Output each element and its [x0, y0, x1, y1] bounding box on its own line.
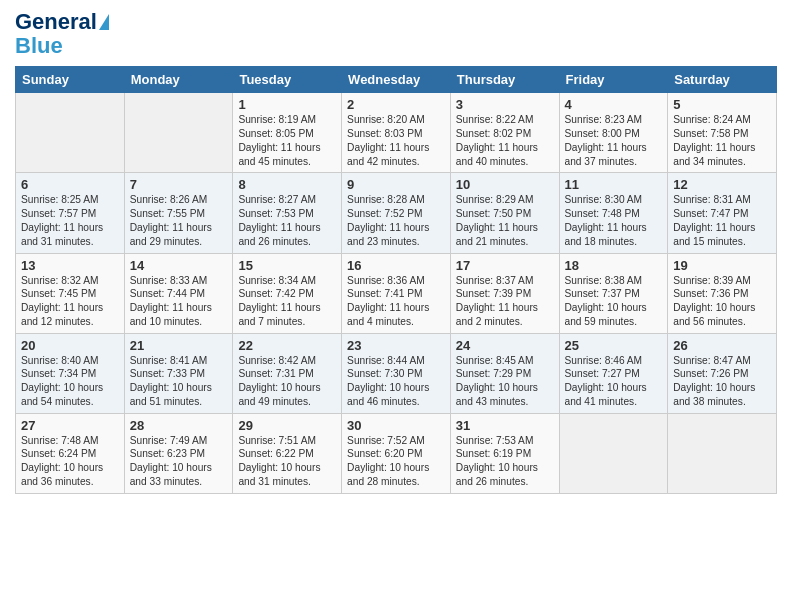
day-number: 21: [130, 338, 228, 353]
calendar-cell: 9Sunrise: 8:28 AM Sunset: 7:52 PM Daylig…: [342, 173, 451, 253]
weekday-header-monday: Monday: [124, 67, 233, 93]
day-info: Sunrise: 8:42 AM Sunset: 7:31 PM Dayligh…: [238, 355, 320, 407]
calendar-cell: 12Sunrise: 8:31 AM Sunset: 7:47 PM Dayli…: [668, 173, 777, 253]
weekday-header-sunday: Sunday: [16, 67, 125, 93]
day-info: Sunrise: 8:36 AM Sunset: 7:41 PM Dayligh…: [347, 275, 429, 327]
calendar-cell: 22Sunrise: 8:42 AM Sunset: 7:31 PM Dayli…: [233, 333, 342, 413]
day-info: Sunrise: 8:41 AM Sunset: 7:33 PM Dayligh…: [130, 355, 212, 407]
day-number: 7: [130, 177, 228, 192]
day-number: 30: [347, 418, 445, 433]
weekday-header-saturday: Saturday: [668, 67, 777, 93]
day-number: 3: [456, 97, 554, 112]
day-number: 14: [130, 258, 228, 273]
calendar-cell: 1Sunrise: 8:19 AM Sunset: 8:05 PM Daylig…: [233, 93, 342, 173]
day-info: Sunrise: 8:30 AM Sunset: 7:48 PM Dayligh…: [565, 194, 647, 246]
calendar-cell: 13Sunrise: 8:32 AM Sunset: 7:45 PM Dayli…: [16, 253, 125, 333]
day-info: Sunrise: 8:47 AM Sunset: 7:26 PM Dayligh…: [673, 355, 755, 407]
calendar-cell: 4Sunrise: 8:23 AM Sunset: 8:00 PM Daylig…: [559, 93, 668, 173]
day-number: 19: [673, 258, 771, 273]
day-info: Sunrise: 8:40 AM Sunset: 7:34 PM Dayligh…: [21, 355, 103, 407]
day-info: Sunrise: 8:29 AM Sunset: 7:50 PM Dayligh…: [456, 194, 538, 246]
calendar-cell: 29Sunrise: 7:51 AM Sunset: 6:22 PM Dayli…: [233, 413, 342, 493]
calendar-cell: [124, 93, 233, 173]
weekday-header-thursday: Thursday: [450, 67, 559, 93]
calendar-cell: 31Sunrise: 7:53 AM Sunset: 6:19 PM Dayli…: [450, 413, 559, 493]
day-info: Sunrise: 8:26 AM Sunset: 7:55 PM Dayligh…: [130, 194, 212, 246]
logo-general: General: [15, 10, 97, 34]
day-number: 5: [673, 97, 771, 112]
calendar-cell: 17Sunrise: 8:37 AM Sunset: 7:39 PM Dayli…: [450, 253, 559, 333]
day-info: Sunrise: 8:24 AM Sunset: 7:58 PM Dayligh…: [673, 114, 755, 166]
calendar-week-2: 6Sunrise: 8:25 AM Sunset: 7:57 PM Daylig…: [16, 173, 777, 253]
calendar-cell: 28Sunrise: 7:49 AM Sunset: 6:23 PM Dayli…: [124, 413, 233, 493]
day-info: Sunrise: 7:48 AM Sunset: 6:24 PM Dayligh…: [21, 435, 103, 487]
day-number: 25: [565, 338, 663, 353]
page-container: General Blue SundayMondayTuesdayWednesda…: [0, 0, 792, 504]
day-info: Sunrise: 7:51 AM Sunset: 6:22 PM Dayligh…: [238, 435, 320, 487]
day-number: 10: [456, 177, 554, 192]
day-number: 2: [347, 97, 445, 112]
calendar-cell: 14Sunrise: 8:33 AM Sunset: 7:44 PM Dayli…: [124, 253, 233, 333]
calendar-week-5: 27Sunrise: 7:48 AM Sunset: 6:24 PM Dayli…: [16, 413, 777, 493]
calendar-cell: 25Sunrise: 8:46 AM Sunset: 7:27 PM Dayli…: [559, 333, 668, 413]
calendar-cell: [559, 413, 668, 493]
calendar-cell: 2Sunrise: 8:20 AM Sunset: 8:03 PM Daylig…: [342, 93, 451, 173]
day-number: 9: [347, 177, 445, 192]
calendar-week-4: 20Sunrise: 8:40 AM Sunset: 7:34 PM Dayli…: [16, 333, 777, 413]
calendar-cell: 11Sunrise: 8:30 AM Sunset: 7:48 PM Dayli…: [559, 173, 668, 253]
day-info: Sunrise: 8:46 AM Sunset: 7:27 PM Dayligh…: [565, 355, 647, 407]
day-number: 1: [238, 97, 336, 112]
calendar-cell: 6Sunrise: 8:25 AM Sunset: 7:57 PM Daylig…: [16, 173, 125, 253]
calendar-cell: 7Sunrise: 8:26 AM Sunset: 7:55 PM Daylig…: [124, 173, 233, 253]
day-number: 8: [238, 177, 336, 192]
day-number: 20: [21, 338, 119, 353]
day-info: Sunrise: 8:34 AM Sunset: 7:42 PM Dayligh…: [238, 275, 320, 327]
calendar-cell: 16Sunrise: 8:36 AM Sunset: 7:41 PM Dayli…: [342, 253, 451, 333]
day-info: Sunrise: 8:39 AM Sunset: 7:36 PM Dayligh…: [673, 275, 755, 327]
day-info: Sunrise: 8:32 AM Sunset: 7:45 PM Dayligh…: [21, 275, 103, 327]
calendar-cell: 10Sunrise: 8:29 AM Sunset: 7:50 PM Dayli…: [450, 173, 559, 253]
day-number: 24: [456, 338, 554, 353]
calendar-cell: 8Sunrise: 8:27 AM Sunset: 7:53 PM Daylig…: [233, 173, 342, 253]
calendar-cell: 21Sunrise: 8:41 AM Sunset: 7:33 PM Dayli…: [124, 333, 233, 413]
day-info: Sunrise: 7:49 AM Sunset: 6:23 PM Dayligh…: [130, 435, 212, 487]
calendar-cell: 30Sunrise: 7:52 AM Sunset: 6:20 PM Dayli…: [342, 413, 451, 493]
day-info: Sunrise: 8:45 AM Sunset: 7:29 PM Dayligh…: [456, 355, 538, 407]
day-number: 26: [673, 338, 771, 353]
logo: General Blue: [15, 10, 109, 58]
day-number: 29: [238, 418, 336, 433]
day-number: 6: [21, 177, 119, 192]
day-number: 18: [565, 258, 663, 273]
calendar-header-row: SundayMondayTuesdayWednesdayThursdayFrid…: [16, 67, 777, 93]
day-info: Sunrise: 7:53 AM Sunset: 6:19 PM Dayligh…: [456, 435, 538, 487]
day-number: 15: [238, 258, 336, 273]
calendar-week-3: 13Sunrise: 8:32 AM Sunset: 7:45 PM Dayli…: [16, 253, 777, 333]
day-info: Sunrise: 8:23 AM Sunset: 8:00 PM Dayligh…: [565, 114, 647, 166]
day-info: Sunrise: 8:31 AM Sunset: 7:47 PM Dayligh…: [673, 194, 755, 246]
day-info: Sunrise: 8:27 AM Sunset: 7:53 PM Dayligh…: [238, 194, 320, 246]
calendar-cell: 18Sunrise: 8:38 AM Sunset: 7:37 PM Dayli…: [559, 253, 668, 333]
day-info: Sunrise: 8:25 AM Sunset: 7:57 PM Dayligh…: [21, 194, 103, 246]
logo-blue: Blue: [15, 34, 63, 58]
calendar-cell: 3Sunrise: 8:22 AM Sunset: 8:02 PM Daylig…: [450, 93, 559, 173]
calendar-cell: 24Sunrise: 8:45 AM Sunset: 7:29 PM Dayli…: [450, 333, 559, 413]
day-info: Sunrise: 8:44 AM Sunset: 7:30 PM Dayligh…: [347, 355, 429, 407]
day-number: 31: [456, 418, 554, 433]
day-number: 27: [21, 418, 119, 433]
day-info: Sunrise: 8:22 AM Sunset: 8:02 PM Dayligh…: [456, 114, 538, 166]
header: General Blue: [15, 10, 777, 58]
calendar-cell: 15Sunrise: 8:34 AM Sunset: 7:42 PM Dayli…: [233, 253, 342, 333]
day-info: Sunrise: 8:37 AM Sunset: 7:39 PM Dayligh…: [456, 275, 538, 327]
day-info: Sunrise: 8:33 AM Sunset: 7:44 PM Dayligh…: [130, 275, 212, 327]
calendar-table: SundayMondayTuesdayWednesdayThursdayFrid…: [15, 66, 777, 493]
day-info: Sunrise: 8:38 AM Sunset: 7:37 PM Dayligh…: [565, 275, 647, 327]
day-number: 16: [347, 258, 445, 273]
calendar-cell: [16, 93, 125, 173]
calendar-cell: 19Sunrise: 8:39 AM Sunset: 7:36 PM Dayli…: [668, 253, 777, 333]
day-info: Sunrise: 8:19 AM Sunset: 8:05 PM Dayligh…: [238, 114, 320, 166]
calendar-cell: 26Sunrise: 8:47 AM Sunset: 7:26 PM Dayli…: [668, 333, 777, 413]
day-number: 28: [130, 418, 228, 433]
day-number: 4: [565, 97, 663, 112]
day-number: 13: [21, 258, 119, 273]
day-number: 11: [565, 177, 663, 192]
